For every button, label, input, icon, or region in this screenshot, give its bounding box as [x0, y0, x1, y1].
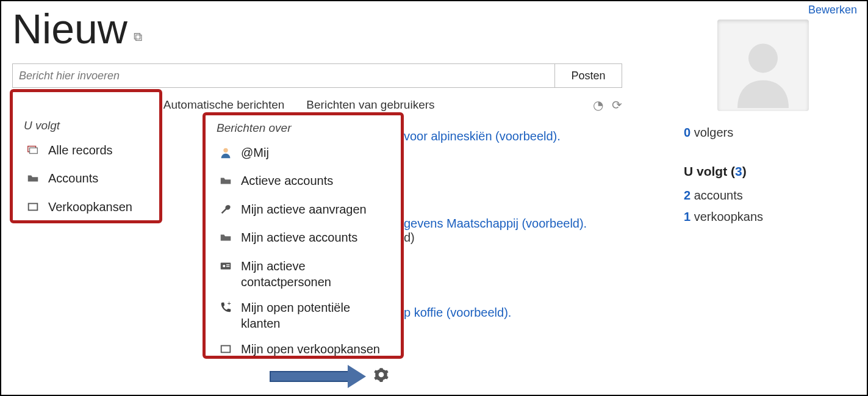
u-volgt-header: U volgt — [13, 117, 159, 137]
presence-icon[interactable]: ◔ — [593, 98, 603, 112]
menu-item-mij[interactable]: @Mij — [206, 140, 401, 168]
following-accounts-count: 2 — [684, 189, 690, 202]
compose-row: Posten — [12, 63, 622, 88]
folder-icon — [219, 231, 234, 248]
following-opps-label: verkoopkans — [694, 210, 763, 223]
svg-point-10 — [748, 43, 778, 73]
svg-point-3 — [223, 148, 228, 153]
svg-text:+: + — [228, 301, 231, 307]
followers-label: volgers — [694, 126, 733, 139]
svg-rect-9 — [221, 345, 231, 352]
page-title: Nieuw ⧉ — [12, 5, 637, 52]
menu-item-accounts[interactable]: Accounts — [13, 165, 159, 193]
menu-item-label: Actieve accounts — [241, 173, 392, 189]
folder-icon — [26, 171, 41, 189]
menu-item-label: Mijn open potentiële klanten — [241, 300, 392, 331]
menu-item-verkoopkansen[interactable]: Verkoopkansen — [13, 194, 159, 222]
svg-point-5 — [223, 264, 225, 267]
svg-rect-1 — [30, 148, 38, 153]
page-title-text: Nieuw — [12, 5, 127, 52]
menu-item-mijn-accounts[interactable]: Mijn actieve accounts — [206, 225, 401, 253]
avatar[interactable] — [717, 20, 809, 111]
phone-plus-icon: + — [219, 301, 234, 318]
feed-link[interactable]: p koffie (voorbeeld). — [404, 306, 511, 319]
followers-count: 0 — [684, 126, 690, 139]
following-opps-line[interactable]: 1 verkoopkans — [684, 210, 842, 224]
wrench-icon — [219, 203, 234, 220]
menu-item-label: Mijn actieve accounts — [241, 229, 392, 245]
u-volgt-menu: U volgt Alle records Accounts Verkoopkan… — [10, 89, 162, 223]
followers-line: 0 volgers — [684, 126, 842, 140]
box-icon — [219, 342, 234, 359]
card-icon — [219, 259, 234, 276]
following-header: U volgt (3) — [684, 164, 842, 179]
filter-tab-auto[interactable]: Automatische berichten — [152, 96, 296, 113]
following-prefix: U volgt ( — [684, 164, 735, 178]
feed-link[interactable]: voor alpineskiën (voorbeeld). — [404, 129, 561, 143]
feed-text: d) — [404, 231, 415, 244]
menu-item-mijn-potentiele-klanten[interactable]: + Mijn open potentiële klanten — [206, 295, 401, 336]
popout-icon[interactable]: ⧉ — [134, 30, 142, 44]
menu-item-label: @Mij — [241, 145, 392, 160]
arrow-annotation — [270, 366, 367, 387]
menu-item-label: Accounts — [48, 170, 151, 186]
folder-icon — [219, 174, 234, 191]
menu-item-label: Alle records — [48, 142, 151, 158]
menu-item-mijn-contactpersonen[interactable]: Mijn actieve contactpersonen — [206, 253, 401, 295]
following-accounts-line[interactable]: 2 accounts — [684, 189, 842, 203]
following-accounts-label: accounts — [694, 189, 743, 202]
menu-item-label: Mijn actieve contactpersonen — [241, 258, 392, 290]
svg-rect-7 — [226, 266, 230, 267]
following-opps-count: 1 — [684, 210, 690, 223]
berichten-over-header: Berichten over — [206, 119, 401, 140]
menu-item-actieve-accounts[interactable]: Actieve accounts — [206, 168, 401, 196]
feed-link[interactable]: gevens Maatschappij (voorbeeld). — [404, 217, 587, 230]
gear-icon[interactable] — [373, 367, 389, 387]
records-stack-icon — [26, 143, 41, 160]
edit-link[interactable]: Bewerken — [808, 4, 857, 16]
gear-callout — [270, 366, 389, 387]
profile-side-panel: 0 volgers U volgt (3) 2 accounts 1 verko… — [684, 20, 842, 231]
post-button[interactable]: Posten — [554, 64, 622, 87]
following-count[interactable]: 3 — [735, 164, 742, 178]
svg-rect-6 — [226, 264, 230, 265]
activity-feed: voor alpineskiën (voorbeeld). gevens Maa… — [404, 129, 636, 396]
compose-input[interactable] — [13, 64, 554, 87]
menu-item-label: Mijn actieve aanvragen — [241, 201, 392, 217]
box-icon — [26, 200, 41, 217]
menu-item-label: Mijn open verkoopkansen — [241, 341, 392, 357]
menu-item-mijn-aanvragen[interactable]: Mijn actieve aanvragen — [206, 196, 401, 225]
menu-item-mijn-verkoopkansen[interactable]: Mijn open verkoopkansen — [206, 336, 401, 364]
svg-rect-2 — [29, 203, 38, 210]
following-suffix: ) — [742, 164, 747, 178]
refresh-icon[interactable]: ⟳ — [612, 98, 622, 112]
menu-item-label: Verkoopkansen — [48, 199, 151, 215]
berichten-over-menu: Berichten over @Mij Actieve accounts Mij… — [203, 112, 404, 359]
filter-tab-users[interactable]: Berichten van gebruikers — [295, 96, 445, 113]
menu-item-alle-records[interactable]: Alle records — [13, 137, 159, 165]
person-icon — [219, 146, 234, 163]
